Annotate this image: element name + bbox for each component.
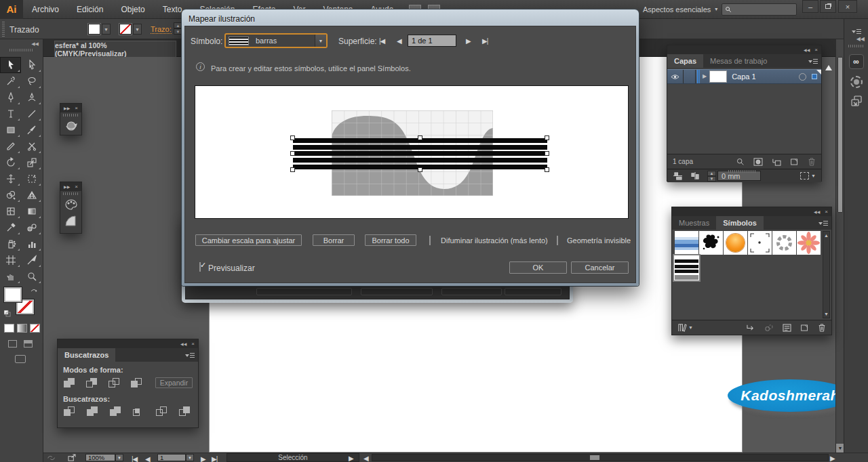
merge-icon[interactable]	[109, 406, 123, 417]
selection-handle[interactable]	[418, 135, 422, 140]
paintbrush-tool[interactable]	[21, 122, 42, 138]
align-vertical-icon[interactable]	[691, 171, 699, 180]
symbol-sprayer-tool[interactable]	[0, 236, 21, 252]
free-transform-tool[interactable]	[21, 171, 42, 187]
search-input[interactable]	[734, 5, 792, 14]
horizontal-scrollbar-thumb[interactable]	[589, 455, 600, 461]
layer-thumbnail[interactable]	[709, 70, 727, 83]
vertical-scrollbar-thumb[interactable]	[837, 57, 843, 213]
window-minimize-button[interactable]: –	[802, 0, 818, 13]
divide-icon[interactable]	[63, 406, 77, 417]
expand-layer-icon[interactable]: ▶	[703, 74, 707, 79]
exclude-icon[interactable]	[130, 378, 143, 388]
symbol-tile-twirl[interactable]	[772, 231, 796, 255]
column-graph-tool[interactable]	[21, 236, 42, 252]
libraries-icon[interactable]	[844, 95, 868, 107]
symbol-dropdown[interactable]: barras ▼	[224, 33, 328, 48]
clear-button[interactable]: Borrar	[313, 234, 355, 246]
stepper-down-icon[interactable]: ▼	[707, 176, 716, 182]
tab-mesas-de-trabajo[interactable]: Mesas de trabajo	[703, 54, 774, 68]
dropdown-arrow-button[interactable]: ▼	[315, 35, 326, 47]
vertical-scrollbar[interactable]: ▼	[835, 39, 844, 453]
first-artboard-icon[interactable]: |◀	[132, 455, 137, 462]
screen-mode-button[interactable]	[15, 355, 26, 363]
mesh-tool[interactable]	[0, 203, 21, 219]
symbol-tile-orange-orb[interactable]	[724, 231, 747, 255]
shape-builder-tool[interactable]	[0, 187, 21, 203]
fill-color-dropdown[interactable]: ▼	[102, 24, 111, 35]
tab-capas[interactable]: Capas	[667, 54, 703, 68]
intersect-icon[interactable]	[108, 378, 121, 388]
layer-row[interactable]: ▶ Capa 1	[667, 69, 821, 84]
bar-shape[interactable]	[293, 151, 547, 156]
map-art-preview[interactable]	[195, 85, 629, 219]
clear-all-button[interactable]: Borrar todo	[365, 234, 416, 246]
menu-objeto[interactable]: Objeto	[112, 0, 153, 19]
shade-artwork-checkbox[interactable]	[429, 236, 431, 245]
close-icon[interactable]: ×	[825, 209, 828, 215]
brand-logo-artwork[interactable]: Kadoshmerah	[728, 379, 835, 412]
scroll-up-icon[interactable]: ▲	[824, 233, 829, 238]
visibility-toggle[interactable]	[667, 70, 684, 83]
scale-to-fit-button[interactable]: Cambiar escala para ajustar	[195, 234, 302, 246]
surface-field[interactable]: 1 de 1	[408, 35, 456, 47]
tab-buscatrazos[interactable]: Buscatrazos	[58, 348, 115, 362]
tools-grip[interactable]	[9, 49, 33, 51]
mapped-artwork-bars[interactable]	[293, 138, 547, 169]
close-icon[interactable]: ×	[814, 47, 818, 53]
gradient-tool[interactable]	[21, 203, 42, 219]
background-dialog-button[interactable]	[361, 288, 433, 295]
app-search[interactable]	[722, 3, 797, 16]
control-bar-grip[interactable]	[2, 22, 5, 37]
swap-fill-stroke-icon[interactable]	[30, 287, 38, 295]
default-fill-stroke-icon[interactable]	[4, 310, 11, 317]
scale-tool[interactable]	[21, 154, 42, 171]
workspace-switcher[interactable]: Aspectos esenciales ▾	[643, 3, 717, 16]
panel-grip[interactable]	[63, 192, 79, 195]
symbol-options-button[interactable]	[783, 324, 791, 332]
eyedropper-tool[interactable]	[0, 219, 21, 236]
new-symbol-button[interactable]	[800, 324, 809, 332]
horizontal-scrollbar[interactable]	[372, 454, 829, 461]
selection-handle[interactable]	[545, 135, 549, 140]
window-close-button[interactable]: ×	[838, 0, 857, 13]
next-sur face-button[interactable]: ▶	[466, 37, 471, 45]
background-dialog-button[interactable]	[505, 288, 561, 295]
panel-menu-icon[interactable]	[808, 58, 818, 64]
lasso-tool[interactable]	[21, 73, 42, 89]
scissors-tool[interactable]	[21, 138, 42, 154]
background-dialog-button[interactable]	[256, 288, 352, 295]
guide-panel-icon[interactable]	[60, 211, 81, 227]
symbol-tile-barras-selected[interactable]	[675, 256, 698, 280]
selection-handle[interactable]	[545, 167, 549, 172]
artboard-number-field[interactable]: 1	[157, 454, 186, 461]
minus-back-icon[interactable]	[178, 406, 192, 417]
palette-panel-icon[interactable]	[60, 196, 81, 211]
locate-object-button[interactable]	[736, 157, 745, 166]
stroke-color-dropdown[interactable]: ▼	[133, 24, 142, 35]
close-icon[interactable]: ×	[191, 341, 195, 347]
cancel-button[interactable]: Cancelar	[571, 261, 629, 274]
zoom-dropdown-button[interactable]: ▼	[115, 454, 123, 461]
delete-layer-button[interactable]	[808, 157, 816, 166]
selection-handle[interactable]	[418, 167, 422, 172]
dock-expand-arrow-icon[interactable]	[825, 65, 832, 70]
zoom-level-field[interactable]: 100%	[85, 454, 115, 461]
ok-button[interactable]: OK	[509, 261, 567, 274]
fill-swatch[interactable]	[4, 287, 22, 302]
crop-icon[interactable]	[132, 406, 146, 417]
dock-divider-grip[interactable]	[728, 170, 755, 173]
pencil-tool[interactable]	[0, 138, 21, 154]
background-dialog-button[interactable]	[441, 288, 502, 295]
none-button[interactable]	[30, 324, 40, 333]
bar-shape[interactable]	[293, 145, 547, 150]
expand-icon[interactable]: ▶▶	[64, 106, 70, 110]
fill-color-swatch[interactable]	[88, 24, 100, 35]
next-artboard-icon[interactable]: ▶	[201, 455, 205, 462]
pen-tool[interactable]	[0, 89, 21, 106]
stepper-up-icon[interactable]: ▲	[707, 171, 716, 176]
slice-tool[interactable]	[21, 252, 42, 268]
dock-grip[interactable]	[848, 45, 864, 47]
draw-behind-icon[interactable]	[24, 340, 33, 348]
artboard-tool[interactable]	[0, 252, 21, 268]
